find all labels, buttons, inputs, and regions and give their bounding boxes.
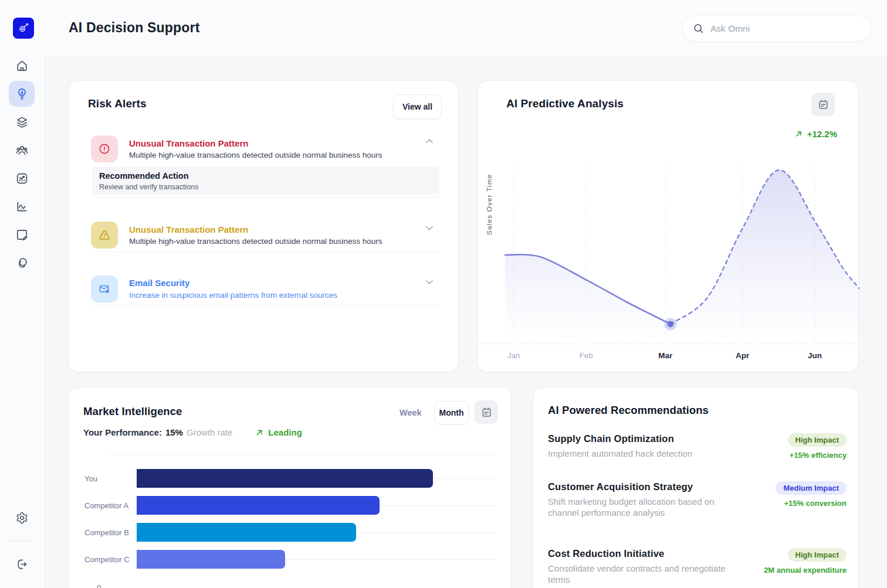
bar-category-label: Competitor A bbox=[84, 501, 131, 510]
header-divider bbox=[45, 56, 887, 57]
recommendation-item[interactable]: Customer Acquisition Strategy Shift mark… bbox=[548, 481, 847, 518]
sidebar-item-chat[interactable] bbox=[9, 250, 35, 276]
impact-badge: High Impact bbox=[788, 548, 847, 562]
x-axis-tick: Mar bbox=[658, 351, 672, 360]
y-axis-label: Sales Over Time bbox=[486, 168, 493, 235]
recommended-action-label: Recommended Action bbox=[99, 171, 432, 181]
lightbulb-bolt-icon bbox=[15, 87, 29, 101]
month-toggle[interactable]: Month bbox=[434, 401, 469, 424]
growth-value: +12.2% bbox=[807, 129, 837, 139]
logout-icon bbox=[15, 558, 29, 571]
bar-category-label: You bbox=[84, 474, 131, 483]
status-badge: Leading bbox=[255, 427, 302, 437]
bar-competitor-a bbox=[137, 496, 380, 515]
market-title: Market Intelligence bbox=[83, 405, 182, 418]
data-point-marker bbox=[664, 318, 676, 330]
competitor-bar-chart: YouCompetitor ACompetitor BCompetitor C bbox=[69, 465, 512, 573]
performance-summary: Your Performance: 15% Growth rate Leadin… bbox=[83, 427, 302, 437]
impact-badge: Medium Impact bbox=[776, 481, 847, 495]
search-input[interactable] bbox=[710, 23, 861, 34]
growth-indicator: +12.2% bbox=[794, 129, 837, 139]
view-all-button[interactable]: View all bbox=[393, 94, 442, 119]
sidebar-item-reports[interactable] bbox=[9, 165, 35, 191]
bar-category-label: Competitor B bbox=[84, 528, 131, 537]
recommendations-title: AI Powered Recommendations bbox=[548, 404, 709, 417]
alert-severity-icon-box bbox=[91, 222, 118, 249]
sidebar-item-trends[interactable] bbox=[9, 193, 35, 219]
alert-description: Multiple high-value transactions detecte… bbox=[129, 237, 382, 246]
x-axis-tick: Jan bbox=[507, 351, 520, 360]
chevron-down-icon bbox=[423, 222, 436, 234]
alert-title: Email Security bbox=[129, 278, 189, 288]
week-toggle[interactable]: Week bbox=[400, 408, 422, 417]
expand-chevron[interactable] bbox=[423, 276, 436, 291]
bar-track bbox=[137, 550, 496, 569]
market-intelligence-card: Market Intelligence Week Month Your Perf… bbox=[68, 387, 512, 588]
performance-unit: Growth rate bbox=[187, 427, 232, 437]
bar-you bbox=[137, 469, 433, 488]
alert-description: Multiple high-value transactions detecte… bbox=[129, 151, 382, 159]
x-axis-tick: Jun bbox=[808, 351, 822, 360]
calendar-icon bbox=[480, 406, 493, 419]
search-bar[interactable] bbox=[682, 15, 871, 42]
search-icon bbox=[692, 22, 705, 35]
bar-competitor-c bbox=[137, 550, 285, 569]
bar-chart-row: Competitor B bbox=[69, 519, 512, 546]
impact-metric: +15% conversion bbox=[784, 499, 847, 508]
performance-label: Your Performance: bbox=[83, 427, 162, 437]
sidebar-bottom-divider bbox=[9, 541, 35, 541]
trend-line-icon bbox=[15, 200, 29, 213]
alert-severity-icon-box bbox=[91, 135, 118, 162]
x-axis-origin-tick: 0 bbox=[97, 583, 101, 588]
sidebar-item-settings[interactable] bbox=[9, 505, 35, 531]
chart-square-icon bbox=[15, 172, 29, 185]
status-label: Leading bbox=[268, 427, 302, 437]
chat-circles-icon bbox=[15, 256, 29, 270]
x-axis-tick: Apr bbox=[736, 351, 749, 360]
predictive-title: AI Predictive Analysis bbox=[506, 97, 624, 110]
recommendation-description: Implement automated hack detection bbox=[548, 448, 736, 459]
alert-title: Unusual Transaction Pattern bbox=[129, 225, 248, 234]
recommendations-card: AI Powered Recommendations Supply Chain … bbox=[533, 387, 859, 588]
impact-badge: High Impact bbox=[788, 433, 847, 447]
recommendation-title: Supply Chain Optimization bbox=[548, 433, 736, 444]
recommendation-item[interactable]: Supply Chain Optimization Implement auto… bbox=[548, 433, 847, 460]
bar-track bbox=[137, 496, 496, 515]
sidebar-item-layers[interactable] bbox=[9, 109, 35, 135]
sidebar-divider bbox=[45, 56, 45, 588]
bar-category-label: Competitor C bbox=[84, 555, 131, 564]
risk-alerts-card: Risk Alerts View all Unusual Transaction… bbox=[68, 80, 459, 372]
risk-alerts-title: Risk Alerts bbox=[88, 97, 147, 110]
arrow-up-right-icon bbox=[255, 428, 264, 437]
performance-value: 15% bbox=[165, 427, 183, 437]
recommendation-item[interactable]: Cost Reduction Initiative Consolidate ve… bbox=[548, 548, 847, 585]
chevron-up-icon bbox=[423, 135, 436, 148]
bar-chart-row: Competitor A bbox=[69, 492, 512, 519]
x-axis: JanFebMarAprJun bbox=[478, 344, 858, 373]
bar-track bbox=[137, 469, 496, 488]
sidebar-item-home[interactable] bbox=[9, 53, 35, 79]
chevron-down-icon bbox=[423, 276, 436, 288]
calendar-icon bbox=[817, 98, 830, 111]
users-group-icon bbox=[15, 144, 29, 157]
alert-title: Unusual Transaction Pattern bbox=[129, 138, 248, 148]
email-gear-icon bbox=[98, 283, 111, 295]
bar-chart-row: You bbox=[69, 465, 512, 492]
calendar-button[interactable] bbox=[475, 400, 498, 424]
expand-chevron[interactable] bbox=[423, 222, 436, 237]
sidebar-item-logout[interactable] bbox=[9, 551, 35, 577]
collapse-chevron[interactable] bbox=[423, 135, 436, 150]
sidebar-item-ai-insights[interactable] bbox=[9, 81, 35, 107]
warning-triangle-icon bbox=[98, 229, 111, 242]
sidebar-item-team[interactable] bbox=[9, 137, 35, 163]
x-axis-tick: Feb bbox=[580, 351, 593, 360]
alert-divider bbox=[92, 197, 439, 198]
recommendation-title: Customer Acquisition Strategy bbox=[548, 481, 736, 492]
ai-wand-icon bbox=[17, 22, 30, 35]
recommendation-description: Shift marketing budget allocation based … bbox=[548, 496, 736, 518]
arrow-up-right-icon bbox=[794, 130, 803, 138]
alert-description: Increase in suspicious email patterns fr… bbox=[129, 291, 337, 300]
predictive-analysis-card: AI Predictive Analysis +12.2% Sales Over… bbox=[477, 80, 859, 372]
sidebar-item-notes[interactable] bbox=[9, 222, 35, 247]
calendar-button[interactable] bbox=[811, 93, 835, 116]
